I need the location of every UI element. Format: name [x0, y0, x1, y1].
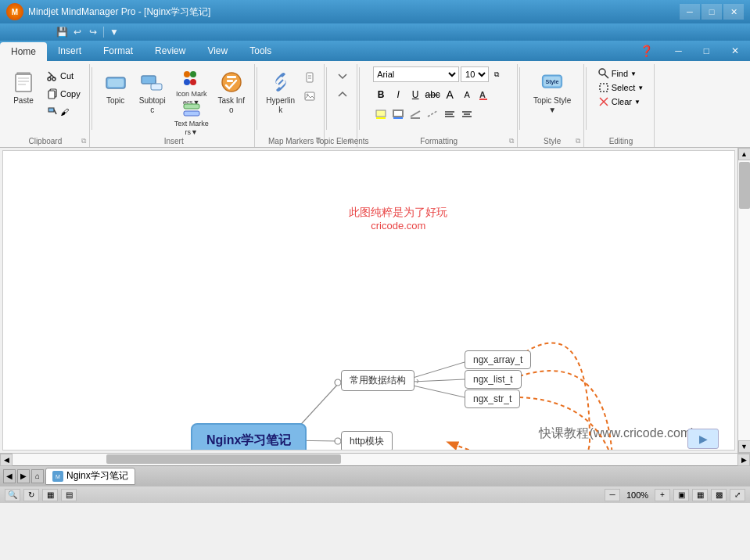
- ngx-str-node[interactable]: ngx_str_t: [465, 389, 520, 408]
- hscroll-thumb[interactable]: [106, 454, 341, 464]
- filter-button[interactable]: 🔍: [5, 489, 20, 501]
- topic-label: Topic: [106, 96, 124, 106]
- copy-button[interactable]: Copy: [43, 85, 84, 102]
- font-select[interactable]: Arial: [373, 66, 459, 82]
- svg-line-60: [413, 362, 465, 378]
- zoom-out-button[interactable]: ─: [605, 489, 620, 501]
- border-color-button[interactable]: [390, 106, 406, 122]
- font-color-button[interactable]: A: [476, 87, 492, 102]
- hyperlink-button[interactable]: Hyperlink: [264, 66, 298, 130]
- svg-point-8: [52, 77, 56, 81]
- root-node[interactable]: Nginx学习笔记: [191, 423, 307, 451]
- size-select[interactable]: 10: [461, 66, 489, 82]
- horizontal-scrollbar[interactable]: ◀ ▶: [0, 453, 750, 465]
- svg-rect-40: [411, 117, 420, 119]
- divider-3: [326, 67, 327, 130]
- text-align-button[interactable]: [459, 106, 475, 122]
- svg-point-64: [335, 438, 341, 444]
- vertical-scrollbar[interactable]: ▲ ▼: [737, 148, 750, 453]
- style-group: Style Topic Style ▼ Style ⧉: [522, 64, 584, 147]
- tab-nginx[interactable]: M Nginx学习笔记: [45, 468, 135, 485]
- view-mode-1[interactable]: ▣: [673, 489, 689, 501]
- view-mode-2[interactable]: ▦: [692, 489, 708, 501]
- list-view-button[interactable]: ▤: [61, 489, 77, 501]
- bold-button[interactable]: B: [373, 87, 389, 102]
- editing-group: Find ▼ Select ▼ Clear ▼ Editing: [588, 64, 655, 147]
- tab-prev-button[interactable]: ◀: [3, 469, 16, 483]
- clipboard-expand-icon[interactable]: ⧉: [81, 137, 86, 145]
- hscroll-track[interactable]: [13, 454, 737, 465]
- fill-color-button[interactable]: [373, 106, 389, 122]
- help-button[interactable]: ❓: [629, 41, 664, 61]
- http-node[interactable]: http模块: [341, 431, 393, 451]
- svg-point-20: [184, 79, 190, 85]
- scroll-left-button[interactable]: ◀: [0, 454, 13, 466]
- scroll-down-button[interactable]: ▼: [738, 440, 751, 453]
- qa-save-button[interactable]: 💾: [55, 25, 69, 39]
- cut-button[interactable]: Cut: [43, 67, 84, 84]
- topic-elements-expand-icon[interactable]: ⧉: [349, 137, 353, 145]
- ribbon-tab-bar: Home Insert Format Review View Tools ❓ ─…: [0, 41, 750, 61]
- ribbon-minimize-button[interactable]: ─: [664, 41, 693, 61]
- connection-style-button[interactable]: [425, 106, 440, 122]
- ngx-list-node[interactable]: ngx_list_t: [465, 370, 522, 389]
- topic-button[interactable]: Topic: [99, 66, 133, 130]
- scroll-right-button[interactable]: ▶: [737, 454, 750, 466]
- scroll-up-button[interactable]: ▲: [738, 148, 751, 160]
- topic-style-button[interactable]: Style Topic Style ▼: [530, 66, 574, 130]
- minimize-button[interactable]: ─: [680, 4, 700, 20]
- ribbon-close-button[interactable]: ✕: [720, 41, 750, 61]
- canvas-play-button[interactable]: ▶: [687, 429, 719, 449]
- expand-button[interactable]: ⤢: [730, 489, 745, 501]
- select-row[interactable]: Select ▼: [596, 81, 647, 94]
- zoom-in-button[interactable]: +: [655, 489, 670, 501]
- view-mode-3[interactable]: ▩: [711, 489, 727, 501]
- task-info-label: Task Info: [216, 96, 247, 115]
- svg-rect-28: [307, 73, 313, 82]
- tab-home[interactable]: Home: [0, 42, 47, 61]
- attachment-button[interactable]: [300, 69, 319, 86]
- qa-redo-button[interactable]: ↪: [86, 25, 100, 39]
- scroll-track[interactable]: [738, 160, 750, 440]
- grid-view-button[interactable]: ▦: [42, 489, 58, 501]
- close-button[interactable]: ✕: [723, 4, 744, 20]
- tab-next-button[interactable]: ▶: [17, 469, 30, 483]
- qa-dropdown-button[interactable]: ▼: [107, 25, 121, 39]
- common-ds-node[interactable]: 常用数据结构: [341, 370, 414, 391]
- font-dialog-button[interactable]: ⧉: [490, 66, 504, 83]
- ribbon-restore-button[interactable]: □: [693, 41, 720, 61]
- task-info-button[interactable]: Task Info: [214, 66, 249, 130]
- refresh-button[interactable]: ↻: [23, 489, 39, 501]
- subtopic-button[interactable]: Subtopic: [135, 66, 170, 130]
- text-markers-button[interactable]: Text Markers▼: [172, 99, 211, 128]
- qa-undo-button[interactable]: ↩: [70, 25, 84, 39]
- formatting-expand-icon[interactable]: ⧉: [509, 137, 514, 145]
- maximize-button[interactable]: □: [702, 4, 722, 20]
- icon-markers-button[interactable]: Icon Markers▼: [172, 66, 211, 97]
- collapse-all-button[interactable]: [333, 86, 352, 103]
- find-row[interactable]: Find ▼: [596, 67, 647, 80]
- format-painter-button[interactable]: 🖌: [43, 103, 84, 120]
- italic-button[interactable]: I: [390, 87, 406, 102]
- tab-insert[interactable]: Insert: [47, 41, 92, 61]
- font-grow-button[interactable]: A: [442, 87, 458, 102]
- strikethrough-button[interactable]: abc: [425, 87, 440, 102]
- canvas-area[interactable]: › 此图纯粹是为了好玩 cricode.com Nginx学习笔记 常用数据结构…: [2, 150, 735, 451]
- image-button[interactable]: [300, 88, 319, 105]
- underline-button[interactable]: U: [407, 87, 423, 102]
- font-shrink-button[interactable]: A: [459, 87, 475, 102]
- tab-format[interactable]: Format: [92, 41, 144, 61]
- tab-home-button[interactable]: ⌂: [31, 469, 44, 483]
- scroll-thumb[interactable]: [739, 162, 750, 209]
- line-color-button[interactable]: [407, 106, 423, 122]
- clear-row[interactable]: Clear ▼: [596, 95, 647, 108]
- svg-point-19: [190, 71, 196, 77]
- alignment-button[interactable]: [442, 106, 458, 122]
- paste-button[interactable]: Paste: [6, 66, 41, 130]
- tab-review[interactable]: Review: [144, 41, 196, 61]
- style-expand-icon[interactable]: ⧉: [576, 137, 580, 145]
- tab-view[interactable]: View: [196, 41, 239, 61]
- tab-tools[interactable]: Tools: [239, 41, 282, 61]
- ngx-array-node[interactable]: ngx_array_t: [465, 350, 531, 369]
- expand-all-button[interactable]: [333, 67, 352, 84]
